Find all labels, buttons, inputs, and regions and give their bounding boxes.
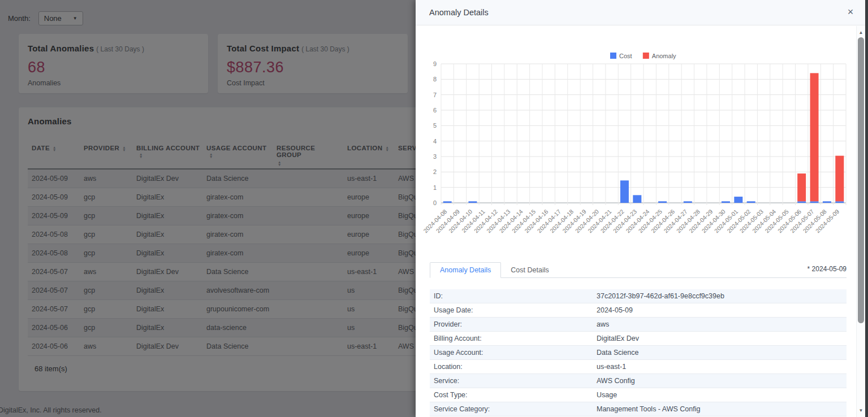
svg-text:2: 2 (433, 168, 437, 175)
svg-text:Cost: Cost (619, 53, 632, 59)
detail-row: Billing Account: DigitalEx Dev (430, 332, 847, 346)
detail-value: AWS Config (597, 377, 635, 385)
svg-text:8: 8 (433, 76, 437, 82)
detail-row: Provider: aws (430, 318, 847, 332)
selected-date-note: * 2024-05-09 (807, 265, 847, 275)
detail-value: 2024-05-09 (597, 306, 633, 314)
svg-text:6: 6 (433, 107, 437, 114)
detail-row: Usage Account: Data Science (430, 346, 847, 360)
svg-text:3: 3 (433, 153, 437, 160)
detail-row: Service: AWS Config (430, 374, 847, 388)
detail-row: Cost Type: Usage (430, 388, 847, 402)
detail-row: Usage Date: 2024-05-09 (430, 303, 847, 318)
scroll-down-icon[interactable]: ▼ (857, 408, 865, 413)
detail-list: ID: 37c2012f-3b97-462d-af61-9e8ccf9c39eb… (430, 289, 847, 416)
app-screen: Month: None ▼ Total Anomalies( Last 30 D… (0, 0, 868, 417)
tab-anomaly-details[interactable]: Anomaly Details (430, 262, 501, 278)
detail-label: Billing Account: (430, 335, 597, 342)
detail-value: 37c2012f-3b97-462d-af61-9e8ccf9c39eb (597, 292, 724, 300)
svg-text:Anomaly: Anomaly (652, 53, 676, 59)
panel-title: Anomaly Details (429, 8, 489, 17)
tab-cost-details[interactable]: Cost Details (501, 263, 558, 277)
detail-label: Cost Type: (430, 391, 597, 399)
svg-text:4: 4 (433, 138, 437, 145)
svg-text:9: 9 (433, 60, 437, 67)
svg-text:0: 0 (433, 199, 437, 206)
panel-tabs: Anomaly Details Cost Details * 2024-05-0… (430, 262, 847, 278)
detail-value: aws (597, 320, 609, 328)
anomaly-chart: CostAnomaly01234567892024-04-082024-04-0… (422, 48, 852, 263)
detail-value: Management Tools - AWS Config (597, 405, 700, 413)
scrollbar-thumb[interactable] (858, 37, 864, 323)
svg-text:7: 7 (433, 92, 437, 98)
svg-text:5: 5 (433, 122, 437, 129)
detail-value: Usage (597, 391, 617, 399)
detail-label: Location: (430, 363, 597, 371)
close-icon[interactable]: × (844, 6, 857, 18)
detail-row: Service Category: Management Tools - AWS… (430, 402, 847, 416)
detail-value: Data Science (597, 349, 638, 357)
panel-scrollbar[interactable]: ▲ ▼ (856, 26, 865, 417)
detail-label: Provider: (430, 320, 597, 328)
detail-value: DigitalEx Dev (597, 335, 639, 342)
detail-label: Usage Account: (430, 349, 597, 357)
detail-label: Service: (430, 377, 597, 385)
detail-label: Usage Date: (430, 306, 597, 314)
panel-header: Anomaly Details × (416, 0, 868, 25)
svg-text:1: 1 (433, 184, 437, 191)
anomaly-details-panel: Anomaly Details × CostAnomaly01234567892… (416, 0, 868, 417)
detail-row: ID: 37c2012f-3b97-462d-af61-9e8ccf9c39eb (430, 289, 847, 303)
detail-value: us-east-1 (597, 363, 626, 371)
window-edge (865, 0, 868, 417)
detail-label: Service Category: (430, 405, 597, 413)
detail-row: Location: us-east-1 (430, 360, 847, 374)
detail-label: ID: (430, 292, 597, 300)
scroll-up-icon[interactable]: ▲ (857, 30, 865, 35)
